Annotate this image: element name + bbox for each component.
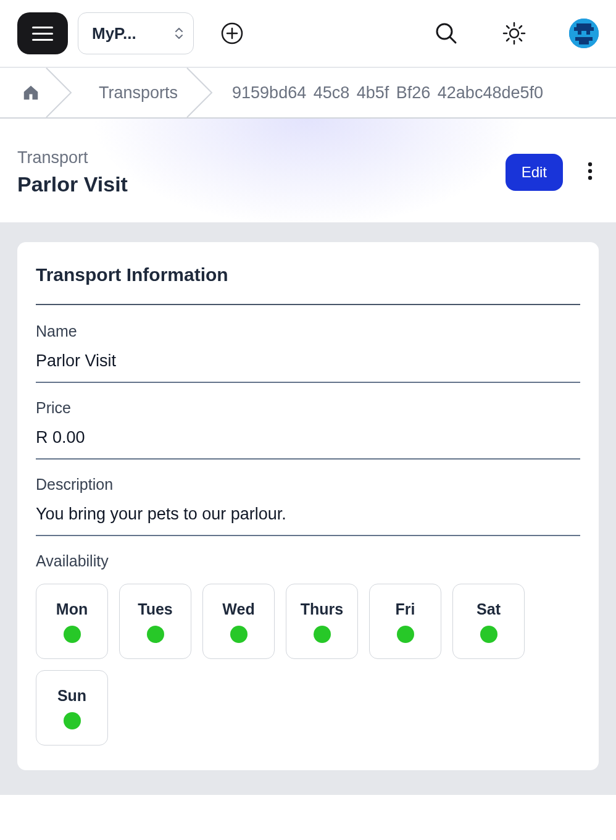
- card-title: Transport Information: [36, 264, 580, 305]
- svg-rect-18: [586, 31, 590, 35]
- search-button[interactable]: [433, 20, 459, 46]
- field-name-value: Parlor Visit: [36, 351, 580, 371]
- svg-point-21: [588, 162, 592, 166]
- page-title: Parlor Visit: [17, 172, 506, 196]
- chevron-up-down-icon: [175, 28, 183, 39]
- plus-circle-icon: [221, 22, 243, 44]
- svg-rect-16: [574, 27, 594, 31]
- day-label: Sat: [477, 600, 501, 618]
- day-chip: Sat: [452, 584, 525, 659]
- menu-button[interactable]: [17, 12, 68, 54]
- day-chip: Fri: [369, 584, 441, 659]
- availability-dot-icon: [64, 626, 81, 643]
- hamburger-icon: [32, 27, 53, 41]
- breadcrumb-home[interactable]: [0, 68, 62, 117]
- day-label: Thurs: [301, 600, 343, 618]
- edit-button[interactable]: Edit: [506, 154, 563, 191]
- day-chip: Tues: [119, 584, 191, 659]
- field-price: Price R 0.00: [36, 399, 580, 460]
- svg-rect-19: [575, 37, 593, 41]
- breadcrumb-transports[interactable]: Transports: [62, 68, 202, 117]
- svg-point-23: [588, 176, 592, 180]
- svg-line-11: [520, 39, 522, 41]
- day-chip: Sun: [36, 670, 108, 746]
- day-label: Sun: [57, 687, 86, 705]
- day-chip: Mon: [36, 584, 108, 659]
- day-chip: Wed: [202, 584, 275, 659]
- page-subtitle: Transport: [17, 148, 506, 167]
- day-label: Mon: [56, 600, 88, 618]
- svg-line-13: [520, 26, 522, 28]
- more-actions-button[interactable]: [581, 156, 599, 189]
- field-price-label: Price: [36, 399, 580, 417]
- availability-dot-icon: [147, 626, 164, 643]
- availability-dot-icon: [480, 626, 497, 643]
- svg-point-5: [510, 29, 518, 38]
- field-desc-label: Description: [36, 476, 580, 494]
- field-description: Description You bring your pets to our p…: [36, 476, 580, 536]
- availability-dot-icon: [64, 712, 81, 729]
- dots-vertical-icon: [588, 162, 593, 180]
- day-label: Fri: [396, 600, 415, 618]
- transport-info-card: Transport Information Name Parlor Visit …: [17, 242, 599, 770]
- app-selector[interactable]: MyP...: [78, 12, 194, 54]
- field-name: Name Parlor Visit: [36, 322, 580, 383]
- page-header: Transport Parlor Visit Edit: [0, 119, 616, 224]
- breadcrumb-id: 9159bd64 45c8 4b5f Bf26 42abc48de5f0: [202, 83, 543, 103]
- availability-dot-icon: [230, 626, 248, 643]
- home-icon: [22, 83, 40, 102]
- topbar: MyP...: [0, 0, 616, 68]
- svg-line-12: [507, 39, 509, 41]
- content-area: Transport Information Name Parlor Visit …: [0, 224, 616, 795]
- availability-dot-icon: [314, 626, 331, 643]
- svg-rect-20: [579, 41, 589, 44]
- svg-rect-17: [578, 31, 581, 35]
- field-desc-value: You bring your pets to our parlour.: [36, 505, 580, 524]
- day-label: Wed: [222, 600, 254, 618]
- svg-rect-15: [576, 23, 591, 27]
- field-price-value: R 0.00: [36, 428, 580, 447]
- day-label: Tues: [138, 600, 173, 618]
- availability-label: Availability: [36, 552, 580, 570]
- day-chip: Thurs: [286, 584, 358, 659]
- app-selector-label: MyP...: [92, 24, 136, 43]
- availability-dot-icon: [397, 626, 414, 643]
- field-name-label: Name: [36, 322, 580, 340]
- svg-line-10: [507, 26, 509, 28]
- theme-toggle[interactable]: [501, 20, 527, 46]
- avatar-image: [569, 19, 599, 48]
- breadcrumb: Transports 9159bd64 45c8 4b5f Bf26 42abc…: [0, 68, 616, 119]
- breadcrumb-seg-label: Transports: [99, 83, 178, 103]
- svg-line-4: [450, 37, 456, 43]
- svg-point-22: [588, 169, 592, 173]
- add-button[interactable]: [221, 22, 243, 44]
- sun-icon: [502, 22, 526, 45]
- user-avatar[interactable]: [569, 19, 599, 48]
- availability-days: MonTuesWedThursFriSatSun: [36, 584, 580, 746]
- search-icon: [435, 22, 458, 45]
